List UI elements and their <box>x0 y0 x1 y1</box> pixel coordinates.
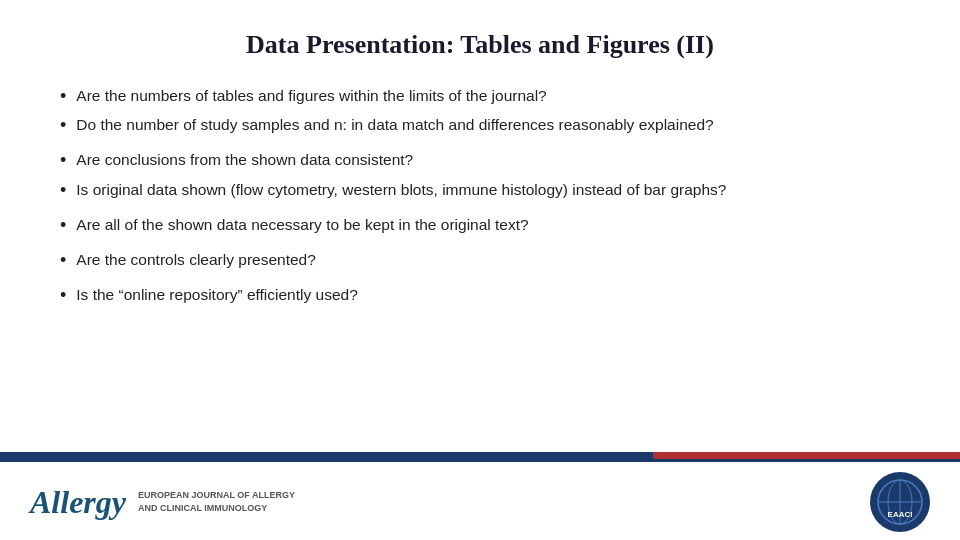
bullet-group-4: • Are the controls clearly presented? <box>60 248 900 273</box>
bullet-dot: • <box>60 178 66 203</box>
eaaci-svg: EAACI <box>871 473 929 531</box>
list-item: • Is the “online repository” efficiently… <box>60 283 900 308</box>
journal-line2: AND CLINICAL IMMUNOLOGY <box>138 502 295 515</box>
content-area: Data Presentation: Tables and Figures (I… <box>0 0 960 452</box>
list-item: • Are conclusions from the shown data co… <box>60 148 900 173</box>
footer: Allergy EUROPEAN JOURNAL OF ALLERGY AND … <box>0 452 960 540</box>
allergy-logo-text: Allergy <box>30 484 126 521</box>
bullet-dot: • <box>60 148 66 173</box>
list-item: • Is original data shown (flow cytometry… <box>60 178 900 203</box>
bullet-dot: • <box>60 213 66 238</box>
list-item: • Are all of the shown data necessary to… <box>60 213 900 238</box>
allergy-logo-area: Allergy EUROPEAN JOURNAL OF ALLERGY AND … <box>30 484 295 521</box>
bullet-dot: • <box>60 283 66 308</box>
slide-title: Data Presentation: Tables and Figures (I… <box>60 30 900 60</box>
bullet-group-2: • Are conclusions from the shown data co… <box>60 148 900 202</box>
footer-bar-thin <box>0 459 960 462</box>
footer-content: Allergy EUROPEAN JOURNAL OF ALLERGY AND … <box>0 464 960 540</box>
list-item: • Are the numbers of tables and figures … <box>60 84 900 109</box>
bullet-groups: • Are the numbers of tables and figures … <box>60 84 900 432</box>
slide: Data Presentation: Tables and Figures (I… <box>0 0 960 540</box>
bullet-group-3: • Are all of the shown data necessary to… <box>60 213 900 238</box>
list-item: • Are the controls clearly presented? <box>60 248 900 273</box>
bullet-text: Are the numbers of tables and figures wi… <box>76 84 900 107</box>
bullet-dot: • <box>60 113 66 138</box>
bullet-text: Do the number of study samples and n: in… <box>76 113 900 136</box>
bullet-dot: • <box>60 84 66 109</box>
bullet-dot: • <box>60 248 66 273</box>
bullet-text: Are the controls clearly presented? <box>76 248 900 271</box>
bullet-text: Is original data shown (flow cytometry, … <box>76 178 900 201</box>
list-item: • Do the number of study samples and n: … <box>60 113 900 138</box>
eaaci-logo: EAACI <box>870 472 930 532</box>
footer-bar-thick <box>0 452 960 459</box>
journal-subtitle: EUROPEAN JOURNAL OF ALLERGY AND CLINICAL… <box>138 489 295 514</box>
bullet-text: Are all of the shown data necessary to b… <box>76 213 900 236</box>
bullet-group-5: • Is the “online repository” efficiently… <box>60 283 900 308</box>
journal-line1: EUROPEAN JOURNAL OF ALLERGY <box>138 489 295 502</box>
bullet-text: Is the “online repository” efficiently u… <box>76 283 900 306</box>
svg-text:EAACI: EAACI <box>888 510 913 519</box>
bullet-group-1: • Are the numbers of tables and figures … <box>60 84 900 138</box>
bullet-text: Are conclusions from the shown data cons… <box>76 148 900 171</box>
